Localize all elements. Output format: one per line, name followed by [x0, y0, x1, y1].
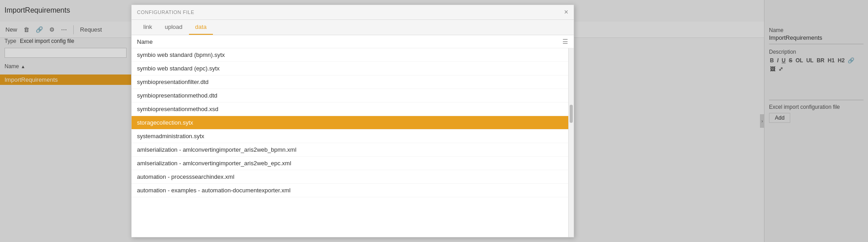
file-item-2[interactable]: symbiopresentationfilter.dtd [132, 75, 574, 89]
file-item-8[interactable]: amlserialization - amlconvertingimporter… [132, 157, 574, 170]
modal-scrollbar-thumb[interactable] [570, 105, 573, 123]
modal-file-list: symbio web standard (bpmn).sytx symbio w… [132, 48, 574, 237]
file-item-9[interactable]: automation - processsearchindex.xml [132, 170, 574, 184]
file-item-3[interactable]: symbiopresentationmethod.dtd [132, 89, 574, 102]
modal-body: Name ☰ symbio web standard (bpmn).sytx s… [132, 35, 574, 237]
modal-filter-row: Name ☰ [132, 35, 574, 48]
file-item-7[interactable]: amlserialization - amlconvertingimporter… [132, 143, 574, 157]
main-panel: ImportRequirements New 🗑 🔗 ⚙ ⋯ Request T… [0, 0, 868, 242]
file-item-4[interactable]: symbiopresentationmethod.xsd [132, 102, 574, 116]
file-item-10[interactable]: automation - examples - automation-docum… [132, 184, 574, 197]
file-item-1[interactable]: symbio web standard (epc).sytx [132, 62, 574, 75]
modal-close-button[interactable]: × [564, 9, 568, 16]
file-item-6[interactable]: systemadministration.sytx [132, 130, 574, 143]
modal-col-name-label: Name [137, 38, 153, 45]
modal-title: CONFIGURATION FILE [137, 9, 194, 15]
file-item-5[interactable]: storagecollection.sytx [132, 116, 574, 130]
modal-tabs: link upload data [132, 20, 574, 35]
tab-link[interactable]: link [137, 20, 159, 35]
tab-data[interactable]: data [189, 20, 213, 35]
configuration-file-modal: CONFIGURATION FILE × link upload data Na… [131, 5, 574, 237]
file-item-0[interactable]: symbio web standard (bpmn).sytx [132, 48, 574, 62]
tab-upload[interactable]: upload [159, 20, 189, 35]
modal-scrollbar[interactable] [568, 48, 574, 237]
filter-icon[interactable]: ☰ [562, 38, 568, 45]
modal-header: CONFIGURATION FILE × [132, 5, 574, 20]
